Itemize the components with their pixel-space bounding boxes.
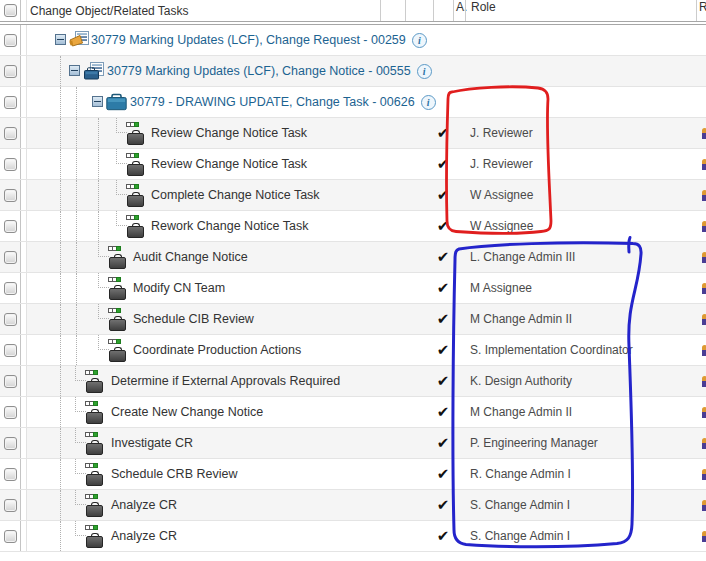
info-icon[interactable]: i [412, 33, 427, 48]
complete-cell: ✔ [433, 211, 453, 241]
completed-checkmark: ✔ [437, 279, 450, 297]
tree-cell: Analyze CR [27, 490, 380, 520]
spacer-cell [380, 366, 405, 396]
attention-cell [453, 428, 465, 458]
role-text: S. Change Admin I [470, 498, 570, 512]
tree-item-label[interactable]: 30779 - DRAWING UPDATE, Change Task - 00… [130, 95, 415, 109]
change-notice-icon [83, 62, 104, 80]
completed-checkmark: ✔ [437, 434, 450, 452]
row-checkbox[interactable] [4, 189, 17, 202]
person-body-icon [702, 164, 706, 170]
spacer-cell [380, 149, 405, 179]
row-checkbox[interactable] [4, 468, 17, 481]
right-edge-cell [696, 428, 706, 458]
role-cell: S. Change Admin I [465, 490, 696, 520]
attention-cell [453, 25, 465, 55]
spacer-cell [380, 335, 405, 365]
row-checkbox[interactable] [4, 127, 17, 140]
workflow-step-active-icon [134, 153, 139, 158]
row-checkbox[interactable] [4, 375, 17, 388]
row-checkbox[interactable] [4, 158, 17, 171]
role-text: P. Engineering Manager [470, 436, 598, 450]
role-cell: L. Change Admin III [465, 242, 696, 272]
spacer-cell [380, 211, 405, 241]
attention-cell [453, 87, 465, 117]
completed-checkmark: ✔ [437, 403, 450, 421]
row-checkbox[interactable] [4, 313, 17, 326]
column-gap [20, 459, 27, 489]
row-checkbox-cell [0, 273, 20, 303]
row-checkbox[interactable] [4, 344, 17, 357]
person-icon [702, 438, 706, 449]
collapse-toggle[interactable] [55, 34, 66, 45]
briefcase-icon [109, 319, 126, 331]
completed-checkmark: ✔ [437, 496, 450, 514]
complete-cell: ✔ [433, 366, 453, 396]
tree-item-label[interactable]: 30779 Marking Updates (LCF), Change Requ… [91, 33, 406, 47]
workflow-status-badge [126, 215, 138, 220]
column-header-tasks-label: Change Object/Related Tasks [30, 4, 189, 18]
select-all-cell [0, 0, 20, 21]
row-checkbox[interactable] [4, 34, 17, 47]
select-all-checkbox[interactable] [4, 4, 17, 17]
right-edge-cell [696, 304, 706, 334]
workflow-status-badge [85, 370, 97, 375]
right-edge-cell [696, 25, 706, 55]
task-label: Schedule CRB Review [111, 467, 237, 481]
attention-cell [453, 118, 465, 148]
row-checkbox-cell [0, 180, 20, 210]
workflow-status-badge [85, 525, 97, 530]
tree-guide-line [60, 56, 61, 86]
row-checkbox[interactable] [4, 499, 17, 512]
workflow-status-badge [126, 153, 138, 158]
row-checkbox[interactable] [4, 406, 17, 419]
task-label: Coordinate Production Actions [133, 343, 301, 357]
row-checkbox[interactable] [4, 282, 17, 295]
spacer-cell [380, 428, 405, 458]
task-label: Analyze CR [111, 498, 177, 512]
tree-cell: Analyze CR [27, 521, 380, 551]
workflow-task-icon [85, 463, 105, 486]
row-checkbox[interactable] [4, 96, 17, 109]
tree-cell: Coordinate Production Actions [27, 335, 380, 365]
column-header-role[interactable]: Role [465, 0, 696, 21]
collapse-toggle[interactable] [92, 96, 103, 107]
tree-guide-line [60, 428, 61, 458]
tree-cell: Modify CN Team [27, 273, 380, 303]
role-cell: P. Engineering Manager [465, 428, 696, 458]
row-checkbox-cell [0, 242, 20, 272]
spacer-cell [405, 211, 433, 241]
spacer-cell [380, 304, 405, 334]
complete-cell: ✔ [433, 304, 453, 334]
task-label: Analyze CR [111, 529, 177, 543]
info-icon[interactable]: i [417, 64, 432, 79]
briefcase-icon [86, 536, 103, 548]
tree-guide-line [60, 490, 61, 520]
collapse-toggle[interactable] [69, 65, 80, 76]
spacer-cell [405, 149, 433, 179]
column-header-truncated-label: R [699, 0, 706, 14]
column-gap [20, 242, 27, 272]
tree-item-label[interactable]: 30779 Marking Updates (LCF), Change Noti… [107, 64, 411, 78]
tree-cell: Investigate CR [27, 428, 380, 458]
row-checkbox[interactable] [4, 251, 17, 264]
column-gap [20, 490, 27, 520]
row-checkbox[interactable] [4, 530, 17, 543]
column-header-tasks[interactable]: Change Object/Related Tasks [27, 0, 380, 21]
workflow-step-active-icon [93, 370, 98, 375]
row-checkbox[interactable] [4, 437, 17, 450]
briefcase-icon [86, 412, 103, 424]
task-item: Analyze CR [111, 521, 177, 551]
role-text: K. Design Authority [470, 374, 572, 388]
row-checkbox[interactable] [4, 220, 17, 233]
column-header-spacer-1 [380, 0, 405, 21]
row-checkbox[interactable] [4, 65, 17, 78]
workflow-step-active-icon [116, 308, 121, 313]
workflow-step-active-icon [93, 494, 98, 499]
info-icon[interactable]: i [421, 95, 436, 110]
person-icon [702, 283, 706, 294]
spacer-cell [380, 273, 405, 303]
table-row: Complete Change Notice Task✔W Assignee [0, 180, 706, 211]
table-row: Rework Change Notice Task✔W Assignee [0, 211, 706, 242]
column-header-attention[interactable]: A. [453, 0, 465, 21]
